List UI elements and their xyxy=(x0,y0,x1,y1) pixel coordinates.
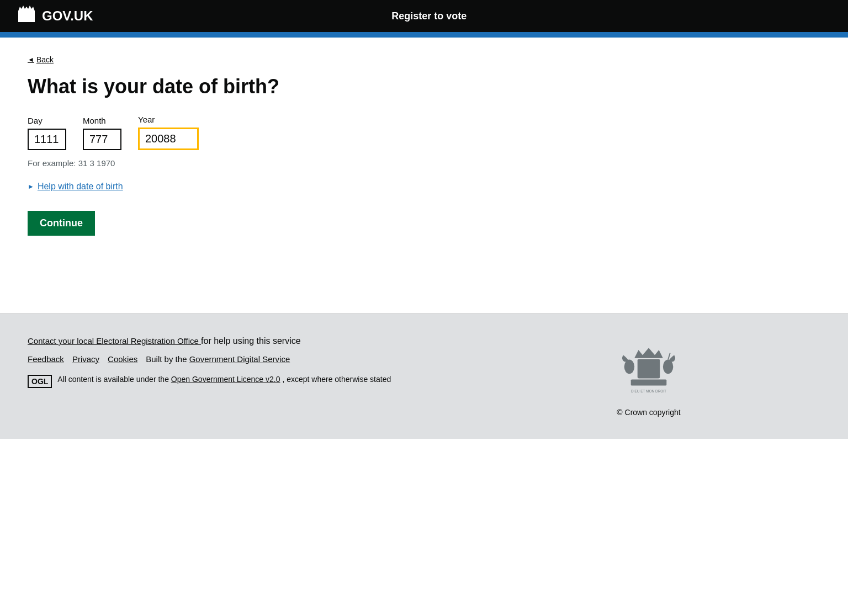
contact-link[interactable]: Contact your local Electoral Registratio… xyxy=(28,336,201,346)
footer-right: DIEU ET MON DROIT © Crown copyright xyxy=(607,336,690,417)
form-heading: What is your date of birth? xyxy=(28,75,502,98)
month-input[interactable] xyxy=(83,129,121,150)
ogl-link[interactable]: Open Government Licence v2.0 xyxy=(171,375,280,384)
footer-nav-links: Feedback Privacy Cookies Built by the Go… xyxy=(28,354,391,364)
footer-inner: Contact your local Electoral Registratio… xyxy=(28,336,690,417)
ogl-logo: OGL xyxy=(28,375,52,388)
svg-rect-5 xyxy=(631,379,667,385)
help-link[interactable]: Help with date of birth xyxy=(38,182,123,192)
gov-uk-logo: GOV.UK xyxy=(17,6,93,26)
footer-ogl: OGL All content is available under the O… xyxy=(28,375,391,388)
site-footer: Contact your local Electoral Registratio… xyxy=(0,314,848,439)
year-label: Year xyxy=(138,115,199,124)
svg-rect-0 xyxy=(18,20,35,22)
privacy-link[interactable]: Privacy xyxy=(72,354,99,364)
footer-left: Contact your local Electoral Registratio… xyxy=(28,336,391,388)
help-arrow-icon: ► xyxy=(28,183,34,190)
page-title: Register to vote xyxy=(93,10,765,22)
svg-point-2 xyxy=(624,359,634,374)
cookies-link[interactable]: Cookies xyxy=(108,354,137,364)
month-field: Month xyxy=(83,116,121,150)
gov-uk-logo-text: GOV.UK xyxy=(42,8,93,24)
date-inputs-group: Day Month Year xyxy=(28,115,502,150)
progress-bar xyxy=(0,32,848,38)
ogl-text: All content is available under the Open … xyxy=(57,375,391,384)
day-label: Day xyxy=(28,116,66,125)
year-input[interactable] xyxy=(138,128,199,150)
feedback-link[interactable]: Feedback xyxy=(28,354,64,364)
contact-after-text: for help using this service xyxy=(201,336,301,346)
gds-link[interactable]: Government Digital Service xyxy=(189,354,290,364)
continue-button[interactable]: Continue xyxy=(28,211,95,236)
crown-icon xyxy=(17,6,36,26)
crown-copyright-text: © Crown copyright xyxy=(617,408,680,417)
back-link[interactable]: ◄ Back xyxy=(28,55,54,64)
crown-copyright-emblem: DIEU ET MON DROIT xyxy=(607,336,690,402)
contact-link-text: Contact your local Electoral Registratio… xyxy=(28,336,201,346)
svg-text:DIEU ET MON DROIT: DIEU ET MON DROIT xyxy=(631,389,666,393)
date-example: For example: 31 3 1970 xyxy=(28,158,502,168)
back-arrow-icon: ◄ xyxy=(28,56,34,63)
day-input[interactable] xyxy=(28,129,66,150)
svg-line-4 xyxy=(668,353,670,359)
progress-bar-fill xyxy=(0,32,848,38)
site-header: GOV.UK Register to vote xyxy=(0,0,848,32)
main-content: ◄ Back What is your date of birth? Day M… xyxy=(0,38,530,314)
day-field: Day xyxy=(28,116,66,150)
back-label: Back xyxy=(36,55,54,64)
built-by-text: Built by the Government Digital Service xyxy=(146,354,290,364)
footer-contact: Contact your local Electoral Registratio… xyxy=(28,336,391,346)
help-link-container: ► Help with date of birth xyxy=(28,182,502,192)
year-field: Year xyxy=(138,115,199,150)
month-label: Month xyxy=(83,116,121,125)
svg-rect-1 xyxy=(638,359,660,379)
svg-point-3 xyxy=(663,359,673,374)
